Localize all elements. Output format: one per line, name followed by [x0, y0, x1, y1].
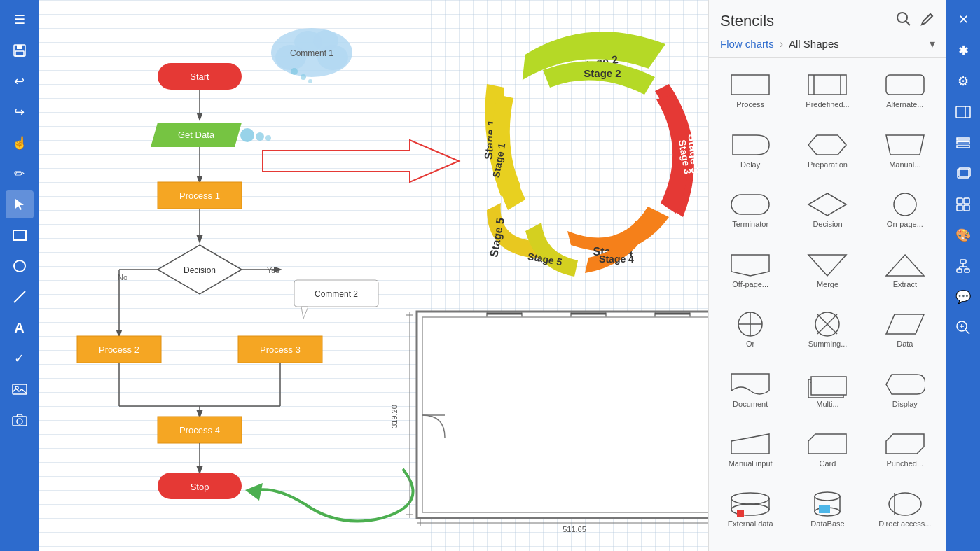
svg-point-15 [240, 128, 254, 142]
shape-manual-input[interactable]: Manual input [715, 426, 786, 483]
svg-text:Get Data: Get Data [178, 130, 215, 140]
shape-decision[interactable]: Decision [792, 186, 863, 244]
shape-card[interactable]: Card [792, 426, 863, 483]
shape-document[interactable]: Document [715, 366, 786, 424]
alternate-shape-icon [884, 71, 926, 99]
delay-label: Delay [740, 160, 760, 169]
display-label: Display [892, 400, 918, 408]
delay-shape-icon [729, 131, 771, 159]
merge-shape-icon [806, 251, 848, 279]
shape-merge[interactable]: Merge [792, 246, 863, 304]
extract-label: Extract [893, 280, 917, 288]
svg-rect-136 [964, 205, 969, 211]
zoom-icon[interactable] [949, 314, 977, 342]
panel-icon[interactable] [949, 98, 977, 126]
shape-on-page[interactable]: On-page... [869, 186, 941, 244]
touch-icon[interactable]: ☝ [6, 129, 34, 157]
shape-display[interactable]: Display [869, 366, 941, 424]
settings-icon[interactable]: ⚙ [949, 67, 977, 95]
data-label: Data [897, 340, 913, 348]
svg-rect-129 [957, 142, 969, 144]
dropdown-chevron[interactable]: ▾ [930, 37, 935, 50]
svg-point-87 [897, 13, 907, 22]
shape-or[interactable]: Or [715, 306, 786, 363]
shape-external-data[interactable]: External data [715, 486, 786, 543]
save-icon[interactable] [6, 36, 34, 64]
document-label: Document [733, 400, 768, 408]
svg-text:Stage 4: Stage 4 [599, 253, 634, 265]
redo-icon[interactable]: ↪ [6, 98, 34, 126]
image-icon[interactable] [6, 375, 34, 403]
search-icon[interactable] [896, 11, 911, 30]
alternate-label: Alternate... [886, 100, 923, 109]
svg-marker-96 [886, 135, 924, 155]
shape-direct-access[interactable]: Direct access... [869, 486, 941, 543]
close-icon[interactable]: ✕ [949, 6, 977, 34]
svg-text:Process 3: Process 3 [260, 344, 301, 355]
menu-icon[interactable]: ☰ [6, 6, 34, 34]
text-icon[interactable]: A [6, 314, 34, 342]
svg-marker-111 [731, 434, 769, 454]
preparation-shape-icon [806, 131, 848, 159]
svg-marker-100 [731, 255, 769, 276]
display-shape-icon [884, 370, 926, 398]
all-shapes-label[interactable]: All Shapes [789, 38, 839, 50]
multi-shape-icon [806, 370, 848, 398]
external-data-label: External data [728, 519, 773, 528]
camera-icon[interactable] [6, 406, 34, 434]
palette-icon[interactable]: 🎨 [949, 221, 977, 249]
pin-icon[interactable]: ✱ [949, 36, 977, 64]
svg-point-50 [308, 79, 312, 83]
edit-icon[interactable] [920, 11, 935, 30]
layers-icon[interactable] [949, 160, 977, 188]
svg-rect-133 [957, 198, 962, 204]
svg-rect-126 [956, 106, 970, 118]
select-icon[interactable] [6, 190, 34, 218]
flow-charts-label[interactable]: Flow charts [720, 38, 774, 50]
svg-marker-98 [808, 193, 846, 216]
punched-shape-icon [884, 430, 926, 458]
database-shape-icon [806, 490, 848, 518]
svg-point-48 [291, 68, 298, 75]
manual-label: Manual... [889, 160, 920, 169]
svg-point-9 [17, 419, 22, 424]
svg-text:Decision: Decision [184, 265, 216, 275]
off-page-label: Off-page... [732, 280, 768, 288]
properties-icon[interactable] [949, 129, 977, 157]
right-panel: Stencils Flow charts › All Shapes ▾ Proc… [708, 0, 946, 551]
shape-database[interactable]: DataBase [792, 486, 863, 543]
rectangle-icon[interactable] [6, 221, 34, 249]
undo-icon[interactable]: ↩ [6, 67, 34, 95]
svg-text:319.20: 319.20 [390, 405, 399, 428]
shape-alternate[interactable]: Alternate... [869, 67, 941, 124]
shape-predefined[interactable]: Predefined... [792, 67, 863, 124]
shape-multi[interactable]: Multi... [792, 366, 863, 424]
on-page-label: On-page... [887, 220, 923, 228]
shape-summing[interactable]: Summing... [792, 306, 863, 363]
shape-extract[interactable]: Extract [869, 246, 941, 304]
circle-icon[interactable] [6, 252, 34, 280]
shape-terminator[interactable]: Terminator [715, 186, 786, 244]
svg-text:Stop: Stop [191, 482, 209, 492]
panel-title: Stencils [720, 12, 774, 30]
shape-data[interactable]: Data [869, 306, 941, 363]
shape-delay[interactable]: Delay [715, 127, 786, 184]
group-icon[interactable] [949, 190, 977, 218]
merge-label: Merge [817, 280, 838, 288]
line-icon[interactable] [6, 283, 34, 311]
subheader-chevron: › [780, 38, 783, 50]
shape-off-page[interactable]: Off-page... [715, 246, 786, 304]
manual-input-shape-icon [729, 430, 771, 458]
database-label: DataBase [810, 519, 844, 528]
shapes-grid: Process Predefined... Alternate... Delay [709, 58, 946, 551]
pen-icon[interactable]: ✏ [6, 160, 34, 188]
shape-process[interactable]: Process [715, 67, 786, 124]
canvas-area[interactable]: Start Get Data Process 1 Decision No Yes… [39, 0, 708, 551]
shape-manual[interactable]: Manual... [869, 127, 941, 184]
data-shape-icon [884, 310, 926, 338]
comment-icon[interactable]: 💬 [949, 283, 977, 311]
check-icon[interactable]: ✓ [6, 344, 34, 372]
shape-preparation[interactable]: Preparation [792, 127, 863, 184]
shape-punched[interactable]: Punched... [869, 426, 941, 483]
hierarchy-icon[interactable] [949, 252, 977, 280]
